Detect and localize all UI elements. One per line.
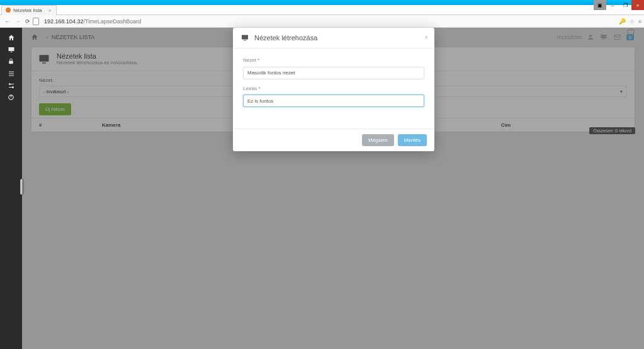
bookmark-icon[interactable]: ☆ [630,18,635,25]
svg-rect-12 [603,39,605,40]
url-host: 192.168.104.32 [44,18,84,25]
monitor-top-icon[interactable] [599,33,608,41]
svg-point-6 [9,83,11,85]
maximize-window-icon[interactable]: ❐ [619,0,631,10]
save-button[interactable]: Mentés [398,134,427,146]
user-window-icon[interactable]: ▣ [594,0,606,10]
close-window-icon[interactable]: × [631,0,644,10]
create-view-modal: Nézetek létrehozása × Nézet * Leírás * M… [233,28,434,151]
svg-rect-14 [40,55,49,62]
select-value: - kiválaszt - [43,89,69,94]
cancel-button[interactable]: Mégsem [362,134,394,146]
panel-subtitle: Nézetek létrehozása és módosítása. [57,60,138,66]
window-controls: ▣ – ❐ × [594,0,644,10]
svg-rect-5 [9,75,14,76]
browser-tab[interactable]: Nézetek lista × [1,5,57,15]
forward-icon[interactable]: → [13,18,23,25]
breadcrumb-separator: › [46,34,48,40]
mail-icon[interactable] [613,33,621,41]
field-nezet-label: Nézet * [243,57,424,63]
panel-title: Nézetek lista [57,52,138,60]
svg-rect-4 [9,73,14,74]
svg-rect-3 [9,71,14,72]
sidenav-toggle-handle[interactable] [20,179,24,195]
modal-header-icon [240,34,249,42]
side-navigation [0,28,22,349]
key-icon[interactable]: 🔑 [619,18,626,25]
browser-tabstrip: Nézetek lista × ▣ – ❐ × [0,5,644,15]
col-num: # [39,122,102,128]
minimize-window-icon[interactable]: – [606,0,619,10]
field-nezet-input[interactable] [243,67,424,79]
back-icon[interactable]: ← [3,18,13,25]
chevron-down-icon: ▾ [620,89,623,94]
modal-close-icon[interactable]: × [424,34,428,41]
breadcrumb-home-icon[interactable] [31,33,38,41]
svg-point-10 [589,35,592,37]
chat-icon[interactable]: 0 [626,28,635,46]
power-icon[interactable] [0,91,22,103]
svg-rect-11 [601,35,607,38]
list-icon[interactable] [0,67,22,79]
lock-icon[interactable] [0,55,22,67]
tab-title: Nézetek lista [13,8,42,13]
field-leiras-input[interactable] [243,94,424,107]
panel-heading-icon [38,52,50,65]
monitor-icon[interactable] [0,43,22,55]
breadcrumb-current: NÉZETEK LISTA [52,34,94,40]
page-icon [33,18,39,25]
svg-rect-0 [8,47,14,51]
field-leiras-label: Leírás * [243,86,424,91]
chat-badge: 0 [626,35,634,40]
menu-icon[interactable]: ≡ [638,18,641,25]
svg-rect-2 [9,61,13,64]
reload-icon[interactable]: ⟳ [23,18,33,25]
address-bar[interactable]: 192.168.104.32/TimeLapseDashBoard [44,18,141,25]
svg-rect-15 [42,62,46,64]
home-icon[interactable] [0,31,22,43]
favicon-icon [6,8,11,13]
settings-icon[interactable] [0,79,22,91]
svg-rect-17 [244,40,246,41]
modal-title: Nézetek létrehozása [254,34,317,42]
url-path: /TimeLapseDashBoard [84,18,142,25]
svg-point-7 [12,86,14,88]
browser-toolbar: ← → ⟳ 192.168.104.32/TimeLapseDashBoard … [0,15,644,28]
username-label: moladmin [557,34,582,40]
new-view-button[interactable]: Új Nézet [39,103,71,115]
svg-rect-1 [10,52,12,52]
user-icon[interactable] [587,33,594,41]
records-count-badge: Összesen: 0 rekord [589,127,635,134]
close-tab-icon[interactable]: × [48,8,52,13]
svg-rect-16 [242,35,248,40]
